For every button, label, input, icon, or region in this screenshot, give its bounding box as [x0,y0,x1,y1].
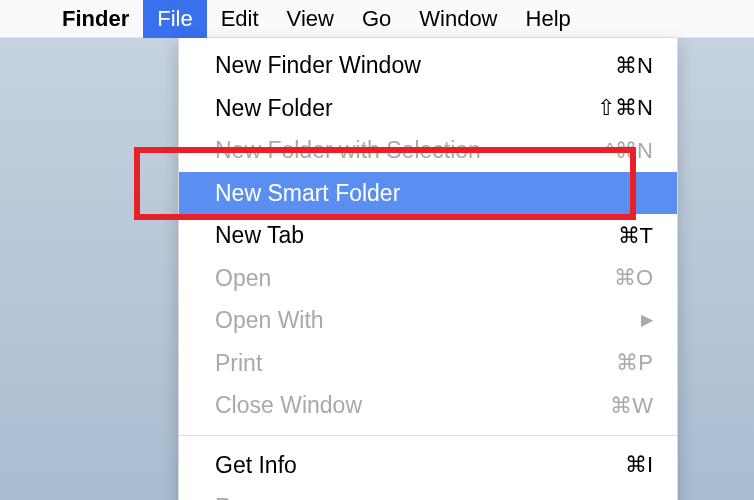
menu-item-shortcut: ⌘I [625,448,653,481]
menu-item-label: New Folder with Selection [215,133,481,168]
menu-item-label: Get Info [215,448,297,483]
menu-item-label: New Smart Folder [215,176,400,211]
menu-item-get-info[interactable]: Get Info ⌘I [179,444,677,487]
menu-item-print: Print ⌘P [179,342,677,385]
menu-item-new-smart-folder[interactable]: New Smart Folder [179,172,677,215]
menu-item-shortcut: ⌘W [610,389,653,422]
menu-item-label: Close Window [215,388,362,423]
menu-item-open-with: Open With ▶ [179,299,677,342]
menu-item-shortcut: ^⌘N [605,134,653,167]
menubar-item-go[interactable]: Go [348,0,405,38]
menu-item-label: New Folder [215,91,333,126]
file-menu-dropdown: New Finder Window ⌘N New Folder ⇧⌘N New … [178,38,678,500]
menubar-item-edit[interactable]: Edit [207,0,273,38]
menubar-item-help[interactable]: Help [512,0,585,38]
menu-item-label: Print [215,346,262,381]
submenu-arrow-icon: ▶ [641,308,653,332]
menu-separator [179,435,677,436]
menu-item-new-finder-window[interactable]: New Finder Window ⌘N [179,44,677,87]
menu-item-new-folder-with-selection: New Folder with Selection ^⌘N [179,129,677,172]
menu-item-shortcut: ⇧⌘N [597,91,653,124]
menu-item-new-folder[interactable]: New Folder ⇧⌘N [179,87,677,130]
menubar-item-window[interactable]: Window [405,0,511,38]
menu-item-shortcut: ⌘O [614,261,653,294]
menu-item-label: Open With [215,303,324,338]
menu-item-label: New Tab [215,218,304,253]
menubar: Finder File Edit View Go Window Help [0,0,754,38]
menu-item-label: New Finder Window [215,48,421,83]
menubar-item-view[interactable]: View [273,0,348,38]
menu-item-new-tab[interactable]: New Tab ⌘T [179,214,677,257]
menu-item-label: Open [215,261,271,296]
menu-item-close-window: Close Window ⌘W [179,384,677,427]
menubar-item-file[interactable]: File [143,0,206,38]
menu-item-shortcut: ⌘N [615,49,653,82]
menu-item-shortcut: ⌘P [616,346,653,379]
menu-item-rename: Rename [179,486,677,500]
menu-item-shortcut: ⌘T [618,219,653,252]
menu-item-label: Rename [215,490,302,500]
menubar-app-name[interactable]: Finder [48,0,143,38]
menu-item-open: Open ⌘O [179,257,677,300]
